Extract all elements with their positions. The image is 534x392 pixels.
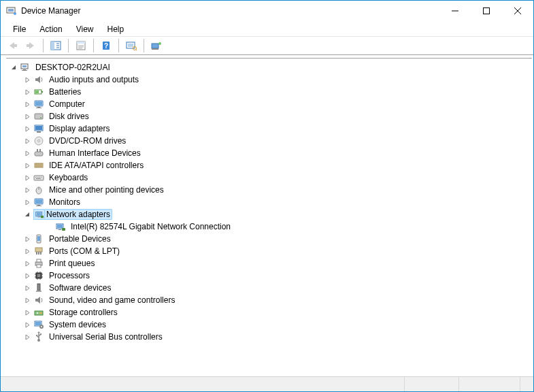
tree-child-item[interactable]: Intel(R) 82574L Gigabit Network Connecti…: [6, 220, 532, 233]
svg-line-24: [136, 50, 137, 50]
tree-item[interactable]: Ports (COM & LPT): [6, 245, 532, 257]
toolbar-forward-button[interactable]: [22, 38, 39, 53]
toolbar-separator: [43, 39, 44, 52]
expand-icon[interactable]: [22, 173, 32, 182]
toolbar-help-button[interactable]: ?: [98, 38, 114, 53]
tree-item[interactable]: Network adapters: [6, 208, 532, 220]
tree-item[interactable]: DVD/CD-ROM drives: [6, 135, 532, 147]
expand-icon[interactable]: [22, 112, 32, 121]
tree-item-label: Mice and other pointing devices: [47, 184, 166, 195]
tree-item[interactable]: Display adapters: [6, 122, 532, 135]
expand-icon[interactable]: [22, 185, 32, 195]
tree-item[interactable]: Disk drives: [6, 110, 532, 122]
usb-icon: [33, 331, 44, 342]
svg-rect-75: [62, 228, 65, 231]
svg-point-98: [37, 312, 38, 314]
expand-icon[interactable]: [22, 308, 32, 317]
tree-item-label: Network adapters: [44, 209, 112, 220]
expand-icon[interactable]: [22, 136, 32, 146]
storage-icon: [33, 307, 44, 318]
expand-icon[interactable]: [22, 259, 32, 268]
menu-help[interactable]: Help: [102, 23, 130, 35]
svg-rect-34: [35, 91, 39, 93]
tree-item-label: Disk drives: [47, 111, 91, 122]
dvd-icon: [33, 135, 44, 146]
expand-icon[interactable]: [22, 332, 32, 342]
tree-item[interactable]: Storage controllers: [6, 306, 532, 318]
tree-item[interactable]: Keyboards: [6, 172, 532, 184]
svg-rect-60: [41, 177, 41, 178]
tree-item[interactable]: Portable Devices: [6, 233, 532, 245]
network-icon: [33, 209, 44, 220]
svg-rect-56: [35, 177, 36, 178]
toolbar-scan-hardware-button[interactable]: [123, 38, 139, 53]
svg-rect-26: [152, 48, 158, 50]
tree-item[interactable]: Computer: [6, 98, 532, 110]
tree-item[interactable]: DESKTOP-02R2UAI: [6, 61, 532, 74]
tree-item-label: Universal Serial Bus controllers: [47, 331, 165, 342]
close-button[interactable]: [502, 1, 533, 21]
svg-rect-99: [39, 312, 42, 314]
maximize-button[interactable]: [471, 1, 502, 21]
collapse-icon[interactable]: [22, 210, 32, 219]
expand-icon[interactable]: [22, 271, 32, 280]
toolbar-separator: [93, 39, 94, 52]
menu-file[interactable]: File: [7, 23, 31, 35]
tree-item[interactable]: IDE ATA/ATAPI controllers: [6, 159, 532, 172]
tree-item[interactable]: Batteries: [6, 86, 532, 98]
expand-icon[interactable]: [22, 99, 32, 109]
svg-rect-71: [41, 216, 44, 218]
collapse-icon[interactable]: [9, 63, 18, 72]
tree-item[interactable]: System devices: [6, 318, 532, 331]
svg-point-27: [158, 42, 161, 45]
svg-rect-25: [152, 44, 158, 48]
expand-icon[interactable]: [22, 75, 32, 84]
cpu-icon: [33, 270, 44, 281]
tree-item-label: Ports (COM & LPT): [47, 246, 122, 257]
svg-rect-95: [37, 284, 40, 291]
tree-item-label: Human Interface Devices: [47, 148, 143, 159]
expand-icon[interactable]: [22, 161, 32, 170]
tree-item[interactable]: Human Interface Devices: [6, 147, 532, 159]
svg-rect-81: [40, 252, 41, 255]
svg-rect-69: [37, 212, 41, 215]
svg-rect-78: [35, 248, 42, 252]
printer-icon: [33, 258, 44, 269]
tree-item[interactable]: Monitors: [6, 196, 532, 208]
tree-item[interactable]: Sound, video and game controllers: [6, 294, 532, 306]
expand-icon[interactable]: [22, 197, 32, 207]
svg-rect-22: [128, 44, 133, 47]
toolbar-back-button[interactable]: [5, 38, 21, 53]
expand-icon[interactable]: [22, 148, 32, 158]
svg-text:?: ?: [104, 42, 108, 50]
tree-item[interactable]: Software devices: [6, 282, 532, 294]
sound-icon: [33, 295, 44, 306]
minimize-button[interactable]: [439, 1, 471, 21]
device-manager-window: Device Manager File Action View Help ? D…: [0, 0, 534, 392]
expander-placeholder: [44, 222, 54, 231]
toolbar-properties-button[interactable]: [73, 38, 89, 53]
menu-view[interactable]: View: [71, 23, 99, 35]
svg-rect-55: [34, 176, 44, 180]
expand-icon[interactable]: [22, 246, 32, 256]
svg-rect-86: [37, 274, 40, 277]
expand-icon[interactable]: [22, 234, 32, 244]
device-tree[interactable]: DESKTOP-02R2UAIAudio inputs and outputsB…: [1, 55, 533, 376]
svg-rect-65: [35, 199, 42, 203]
tree-item[interactable]: Audio inputs and outputs: [6, 74, 532, 86]
svg-point-40: [40, 117, 41, 118]
tree-item[interactable]: Processors: [6, 270, 532, 282]
toolbar-add-hardware-button[interactable]: [148, 38, 165, 53]
svg-rect-15: [77, 42, 85, 44]
expand-icon[interactable]: [22, 124, 32, 133]
tree-item[interactable]: Universal Serial Bus controllers: [6, 331, 532, 343]
toolbar-show-hide-tree-button[interactable]: [48, 38, 64, 53]
expand-icon[interactable]: [22, 320, 32, 329]
expand-icon[interactable]: [22, 295, 32, 305]
expand-icon[interactable]: [22, 87, 32, 97]
expand-icon[interactable]: [22, 283, 32, 293]
tree-item[interactable]: Mice and other pointing devices: [6, 184, 532, 196]
menu-action[interactable]: Action: [34, 23, 67, 35]
tree-item[interactable]: Print queues: [6, 257, 532, 270]
svg-rect-43: [37, 131, 41, 133]
